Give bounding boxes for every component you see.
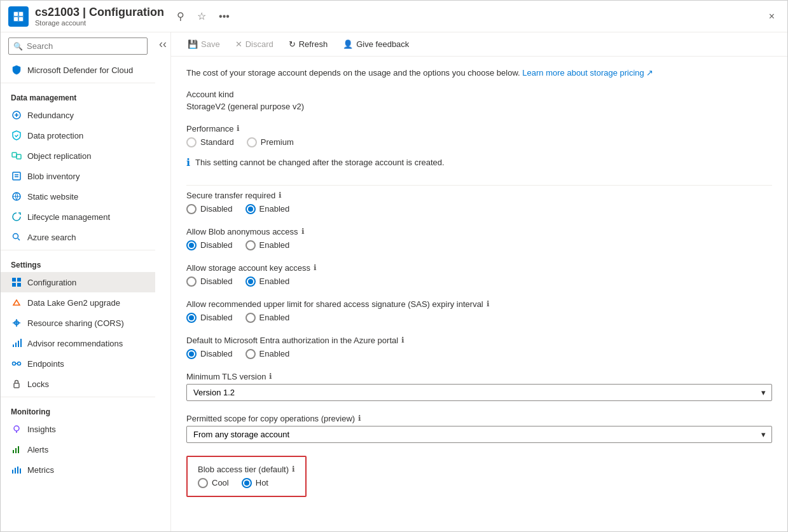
save-button[interactable]: 💾 Save	[181, 36, 226, 52]
sidebar-item-static-website[interactable]: Static website	[1, 186, 155, 207]
more-button[interactable]: •••	[216, 8, 232, 25]
entra-disabled-radio	[186, 349, 197, 359]
sas-enabled-option[interactable]: Enabled	[245, 313, 290, 323]
close-button[interactable]: ×	[764, 8, 780, 25]
divider-2	[1, 250, 155, 250]
datalake-icon	[11, 297, 22, 308]
svg-rect-11	[12, 278, 16, 282]
main-layout: 🔍 Microsoft Defender for Cloud Data man	[1, 32, 787, 531]
entra-disabled-option[interactable]: Disabled	[186, 349, 233, 359]
sidebar-item-cors[interactable]: Resource sharing (CORS)	[1, 313, 155, 333]
alerts-icon	[11, 444, 22, 455]
key-access-disabled-option[interactable]: Disabled	[186, 276, 233, 287]
blob-access-tier-hot-option[interactable]: Hot	[242, 478, 268, 488]
sidebar-item-advisor[interactable]: Advisor recommendations	[1, 333, 155, 353]
window-title: cs21003 | Configuration	[35, 6, 164, 19]
key-access-enabled-option[interactable]: Enabled	[245, 276, 290, 287]
sidebar-item-endpoints[interactable]: Endpoints	[1, 353, 155, 374]
key-access-info-icon[interactable]: ℹ	[314, 263, 317, 272]
svg-rect-18	[18, 341, 19, 347]
sidebar-nav: 🔍 Microsoft Defender for Cloud Data man	[1, 32, 155, 480]
performance-group: Performance ℹ Standard Premium	[186, 124, 772, 172]
storage-pricing-link[interactable]: Learn more about storage pricing ↗	[522, 68, 653, 78]
copy-scope-info-icon[interactable]: ℹ	[358, 414, 361, 423]
sidebar-item-endpoints-label: Endpoints	[27, 359, 64, 369]
sidebar-item-configuration[interactable]: Configuration	[1, 272, 155, 292]
sidebar-item-static-website-label: Static website	[27, 192, 78, 201]
configuration-icon	[11, 276, 22, 288]
svg-rect-24	[13, 450, 14, 453]
locks-icon	[11, 378, 22, 390]
blob-access-tier-cool-option[interactable]: Cool	[198, 478, 229, 488]
svg-rect-1	[14, 12, 18, 16]
sidebar-item-data-protection[interactable]: Data protection	[1, 125, 155, 146]
blob-access-tier-hot-radio	[242, 478, 252, 488]
title-actions: ⚲ ☆ •••	[174, 8, 232, 25]
feedback-label: Give feedback	[356, 39, 409, 49]
feedback-icon: 👤	[343, 39, 353, 49]
svg-rect-6	[12, 153, 17, 157]
svg-rect-7	[17, 154, 21, 159]
secure-transfer-info-icon[interactable]: ℹ	[279, 191, 282, 200]
info-paragraph: The cost of your storage account depends…	[186, 67, 772, 79]
object-replication-icon	[11, 150, 22, 161]
cors-icon	[11, 317, 22, 329]
svg-rect-17	[15, 343, 17, 347]
performance-info-icon[interactable]: ℹ	[237, 124, 240, 133]
sidebar-item-object-replication[interactable]: Object replication	[1, 146, 155, 166]
sidebar-item-object-replication-label: Object replication	[27, 151, 91, 161]
data-management-section: Data management	[1, 86, 155, 105]
entra-enabled-option[interactable]: Enabled	[245, 349, 290, 359]
feedback-button[interactable]: 👤 Give feedback	[336, 36, 415, 52]
sidebar-item-locks[interactable]: Locks	[1, 374, 155, 394]
secure-transfer-disabled-option[interactable]: Disabled	[186, 204, 233, 214]
blob-anonymous-enabled-option[interactable]: Enabled	[245, 240, 290, 250]
tls-group: Minimum TLS version ℹ Version 1.0 Versio…	[186, 372, 772, 401]
svg-rect-2	[19, 12, 23, 16]
data-protection-icon	[11, 130, 22, 141]
notice-icon: ℹ	[186, 156, 190, 168]
sidebar-item-locks-label: Locks	[27, 379, 49, 389]
refresh-button[interactable]: ↻ Refresh	[282, 36, 335, 52]
right-panel: 💾 Save ✕ Discard ↻ Refresh 👤 Give feedba…	[171, 32, 787, 531]
sidebar-item-alerts[interactable]: Alerts	[1, 439, 155, 460]
sidebar-item-lifecycle[interactable]: Lifecycle management	[1, 207, 155, 227]
info-text-content: The cost of your storage account depends…	[186, 68, 520, 78]
blob-access-tier-hot-label: Hot	[256, 478, 268, 488]
sidebar-item-azure-search[interactable]: Azure search	[1, 227, 155, 247]
blob-access-tier-info-icon[interactable]: ℹ	[292, 465, 295, 474]
svg-rect-29	[17, 467, 18, 474]
svg-point-21	[18, 362, 21, 365]
favorite-button[interactable]: ☆	[195, 8, 209, 25]
sidebar-item-insights[interactable]: Insights	[1, 419, 155, 439]
tls-label: Minimum TLS version ℹ	[186, 372, 772, 381]
sas-info-icon[interactable]: ℹ	[487, 299, 490, 308]
blob-anonymous-enabled-radio	[245, 240, 256, 250]
secure-transfer-enabled-option[interactable]: Enabled	[245, 204, 290, 214]
blob-anonymous-info-icon[interactable]: ℹ	[301, 227, 305, 236]
performance-standard-option[interactable]: Standard	[186, 137, 234, 147]
sidebar-item-redundancy[interactable]: Redundancy	[1, 105, 155, 125]
sidebar-item-blob-inventory[interactable]: Blob inventory	[1, 166, 155, 186]
search-input[interactable]	[8, 38, 148, 55]
tls-select[interactable]: Version 1.0 Version 1.1 Version 1.2	[186, 384, 772, 401]
tls-info-icon[interactable]: ℹ	[269, 372, 272, 381]
sidebar-collapse-button[interactable]: ‹‹	[155, 32, 170, 56]
blob-anonymous-disabled-option[interactable]: Disabled	[186, 240, 233, 250]
performance-premium-option[interactable]: Premium	[247, 137, 294, 147]
svg-rect-3	[14, 17, 18, 21]
sas-disabled-option[interactable]: Disabled	[186, 313, 233, 323]
sidebar-item-defender[interactable]: Microsoft Defender for Cloud	[1, 60, 155, 80]
performance-label: Performance ℹ	[186, 124, 772, 133]
key-access-enabled-radio	[245, 276, 256, 287]
discard-button[interactable]: ✕ Discard	[229, 36, 280, 52]
sidebar-item-metrics[interactable]: Metrics	[1, 460, 155, 480]
copy-scope-select[interactable]: From any storage account From storage ac…	[186, 426, 772, 443]
entra-enabled-radio	[245, 349, 256, 359]
entra-info-icon[interactable]: ℹ	[401, 336, 404, 344]
performance-notice-box: ℹ This setting cannot be changed after t…	[186, 153, 772, 172]
pin-button[interactable]: ⚲	[174, 8, 187, 25]
sas-enabled-label: Enabled	[259, 313, 290, 322]
sidebar-item-datalake[interactable]: Data Lake Gen2 upgrade	[1, 292, 155, 313]
sas-enabled-radio	[245, 313, 256, 323]
